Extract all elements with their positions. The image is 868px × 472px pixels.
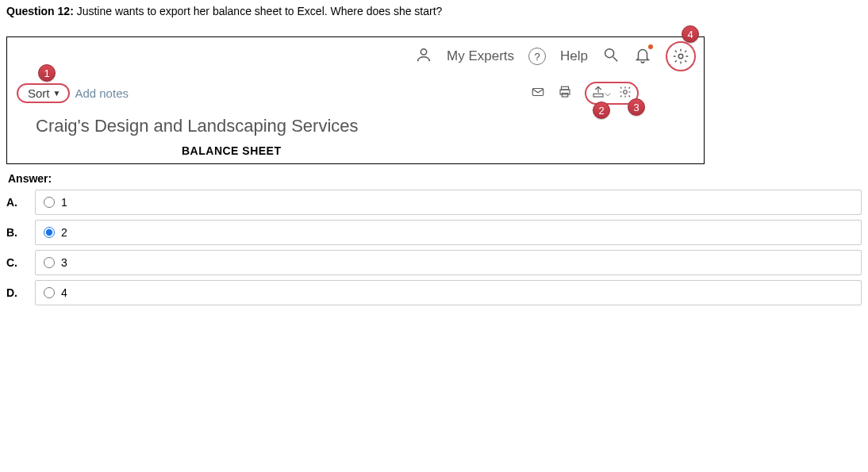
- gear-icon: [672, 48, 689, 65]
- question-header: Question 12: Justine wants to export her…: [6, 5, 862, 17]
- svg-point-9: [624, 90, 628, 94]
- svg-rect-4: [532, 89, 543, 96]
- svg-point-3: [678, 54, 683, 59]
- options-list: A. 1 B. 2 C. 3 D. 4: [6, 190, 862, 305]
- svg-point-1: [605, 48, 614, 57]
- radio-a[interactable]: [44, 197, 55, 208]
- option-row-d: D. 4: [6, 280, 862, 305]
- person-icon: [415, 46, 432, 67]
- option-box[interactable]: 1: [35, 190, 862, 215]
- notification-dot: [648, 44, 653, 49]
- question-number: Question 12:: [6, 5, 74, 17]
- caret-down-icon: ▼: [53, 89, 61, 98]
- option-text: 1: [61, 196, 67, 209]
- option-box[interactable]: 3: [35, 250, 862, 275]
- report-action-icons: 2 3: [531, 82, 639, 105]
- badge-3: 3: [628, 98, 645, 116]
- option-letter: B.: [6, 226, 24, 239]
- help-icon[interactable]: ?: [528, 48, 546, 65]
- settings-gear-circled[interactable]: 4: [666, 41, 696, 71]
- option-text: 3: [61, 256, 67, 269]
- help-link[interactable]: Help: [560, 48, 588, 64]
- option-box[interactable]: 2: [35, 220, 862, 245]
- radio-d[interactable]: [44, 287, 55, 298]
- svg-line-2: [613, 56, 618, 61]
- option-letter: A.: [6, 196, 24, 209]
- question-text: Justine wants to export her balance shee…: [74, 5, 443, 17]
- option-letter: C.: [6, 256, 24, 269]
- radio-b[interactable]: [44, 227, 55, 238]
- option-text: 2: [61, 226, 67, 239]
- svg-rect-8: [593, 94, 603, 97]
- caret-down-icon: [605, 92, 611, 98]
- app-topbar: My Experts ? Help 4: [7, 37, 704, 75]
- add-notes-link[interactable]: Add notes: [75, 86, 129, 100]
- report-toolbar: Sort ▼ 1 Add notes 2: [7, 75, 704, 109]
- print-icon[interactable]: [558, 85, 572, 102]
- option-row-b: B. 2: [6, 220, 862, 245]
- email-icon[interactable]: [531, 85, 545, 102]
- badge-1: 1: [38, 64, 56, 82]
- my-experts-link[interactable]: My Experts: [447, 48, 514, 64]
- report-title: BALANCE SHEET: [7, 144, 704, 163]
- small-gear-icon: [618, 85, 632, 99]
- sort-add-group: Sort ▼ 1 Add notes: [17, 83, 129, 103]
- screenshot: My Experts ? Help 4 Sort ▼ 1 Add notes: [6, 36, 705, 164]
- option-box[interactable]: 4: [35, 280, 862, 305]
- sort-label: Sort: [28, 86, 50, 100]
- svg-point-0: [421, 48, 426, 54]
- search-icon[interactable]: [602, 46, 620, 67]
- export-icon: [591, 85, 605, 99]
- svg-rect-7: [562, 94, 568, 98]
- export-settings-group[interactable]: 2 3: [585, 82, 639, 105]
- option-row-c: C. 3: [6, 250, 862, 275]
- option-letter: D.: [6, 286, 24, 299]
- option-text: 4: [61, 286, 67, 299]
- badge-4: 4: [682, 25, 699, 43]
- radio-c[interactable]: [44, 257, 55, 268]
- notifications-icon[interactable]: [634, 46, 651, 67]
- badge-2: 2: [593, 102, 610, 119]
- answer-label: Answer:: [8, 172, 862, 185]
- sort-button[interactable]: Sort ▼ 1: [17, 83, 70, 103]
- option-row-a: A. 1: [6, 190, 862, 215]
